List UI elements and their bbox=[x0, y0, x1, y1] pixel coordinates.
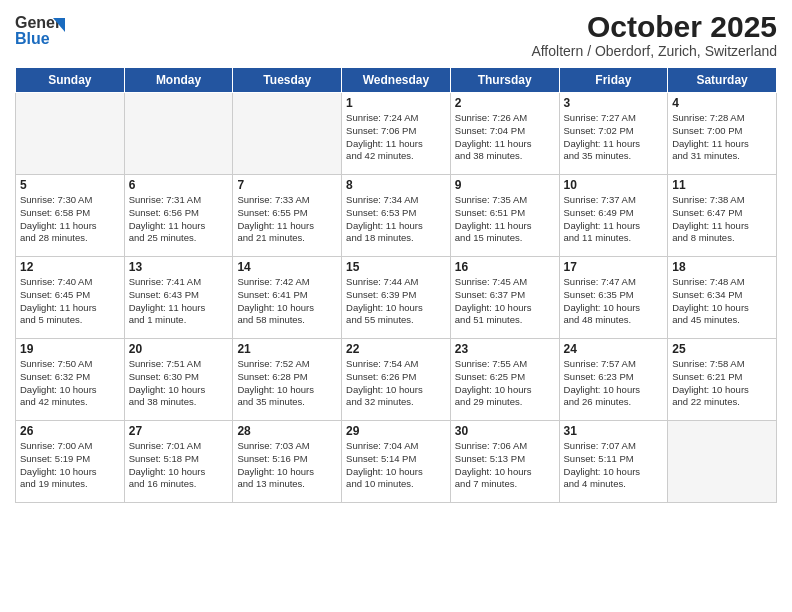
day-info: Sunrise: 7:42 AM Sunset: 6:41 PM Dayligh… bbox=[237, 276, 337, 327]
svg-text:Blue: Blue bbox=[15, 30, 50, 47]
day-number: 3 bbox=[564, 96, 664, 110]
cal-cell: 25Sunrise: 7:58 AM Sunset: 6:21 PM Dayli… bbox=[668, 339, 777, 421]
day-header-wednesday: Wednesday bbox=[342, 68, 451, 93]
cal-cell bbox=[668, 421, 777, 503]
day-number: 16 bbox=[455, 260, 555, 274]
day-info: Sunrise: 7:35 AM Sunset: 6:51 PM Dayligh… bbox=[455, 194, 555, 245]
day-number: 2 bbox=[455, 96, 555, 110]
day-info: Sunrise: 7:01 AM Sunset: 5:18 PM Dayligh… bbox=[129, 440, 229, 491]
day-info: Sunrise: 7:04 AM Sunset: 5:14 PM Dayligh… bbox=[346, 440, 446, 491]
cal-cell: 16Sunrise: 7:45 AM Sunset: 6:37 PM Dayli… bbox=[450, 257, 559, 339]
day-number: 12 bbox=[20, 260, 120, 274]
day-number: 14 bbox=[237, 260, 337, 274]
day-info: Sunrise: 7:45 AM Sunset: 6:37 PM Dayligh… bbox=[455, 276, 555, 327]
day-header-friday: Friday bbox=[559, 68, 668, 93]
day-number: 28 bbox=[237, 424, 337, 438]
day-number: 4 bbox=[672, 96, 772, 110]
cal-cell: 13Sunrise: 7:41 AM Sunset: 6:43 PM Dayli… bbox=[124, 257, 233, 339]
day-number: 9 bbox=[455, 178, 555, 192]
day-info: Sunrise: 7:58 AM Sunset: 6:21 PM Dayligh… bbox=[672, 358, 772, 409]
day-number: 27 bbox=[129, 424, 229, 438]
day-info: Sunrise: 7:50 AM Sunset: 6:32 PM Dayligh… bbox=[20, 358, 120, 409]
cal-cell: 9Sunrise: 7:35 AM Sunset: 6:51 PM Daylig… bbox=[450, 175, 559, 257]
cal-cell: 2Sunrise: 7:26 AM Sunset: 7:04 PM Daylig… bbox=[450, 93, 559, 175]
day-info: Sunrise: 7:00 AM Sunset: 5:19 PM Dayligh… bbox=[20, 440, 120, 491]
cal-cell: 17Sunrise: 7:47 AM Sunset: 6:35 PM Dayli… bbox=[559, 257, 668, 339]
day-info: Sunrise: 7:47 AM Sunset: 6:35 PM Dayligh… bbox=[564, 276, 664, 327]
cal-cell: 14Sunrise: 7:42 AM Sunset: 6:41 PM Dayli… bbox=[233, 257, 342, 339]
logo: General Blue bbox=[15, 10, 65, 52]
location-subtitle: Affoltern / Oberdorf, Zurich, Switzerlan… bbox=[531, 43, 777, 59]
day-info: Sunrise: 7:30 AM Sunset: 6:58 PM Dayligh… bbox=[20, 194, 120, 245]
day-header-sunday: Sunday bbox=[16, 68, 125, 93]
day-number: 30 bbox=[455, 424, 555, 438]
cal-cell: 22Sunrise: 7:54 AM Sunset: 6:26 PM Dayli… bbox=[342, 339, 451, 421]
day-info: Sunrise: 7:54 AM Sunset: 6:26 PM Dayligh… bbox=[346, 358, 446, 409]
cal-cell: 10Sunrise: 7:37 AM Sunset: 6:49 PM Dayli… bbox=[559, 175, 668, 257]
cal-cell: 12Sunrise: 7:40 AM Sunset: 6:45 PM Dayli… bbox=[16, 257, 125, 339]
day-info: Sunrise: 7:26 AM Sunset: 7:04 PM Dayligh… bbox=[455, 112, 555, 163]
day-info: Sunrise: 7:03 AM Sunset: 5:16 PM Dayligh… bbox=[237, 440, 337, 491]
day-info: Sunrise: 7:48 AM Sunset: 6:34 PM Dayligh… bbox=[672, 276, 772, 327]
cal-cell: 26Sunrise: 7:00 AM Sunset: 5:19 PM Dayli… bbox=[16, 421, 125, 503]
cal-cell: 3Sunrise: 7:27 AM Sunset: 7:02 PM Daylig… bbox=[559, 93, 668, 175]
day-info: Sunrise: 7:57 AM Sunset: 6:23 PM Dayligh… bbox=[564, 358, 664, 409]
cal-cell: 6Sunrise: 7:31 AM Sunset: 6:56 PM Daylig… bbox=[124, 175, 233, 257]
day-header-tuesday: Tuesday bbox=[233, 68, 342, 93]
day-number: 25 bbox=[672, 342, 772, 356]
cal-cell: 23Sunrise: 7:55 AM Sunset: 6:25 PM Dayli… bbox=[450, 339, 559, 421]
day-info: Sunrise: 7:41 AM Sunset: 6:43 PM Dayligh… bbox=[129, 276, 229, 327]
day-number: 20 bbox=[129, 342, 229, 356]
day-number: 7 bbox=[237, 178, 337, 192]
day-number: 19 bbox=[20, 342, 120, 356]
day-number: 5 bbox=[20, 178, 120, 192]
day-number: 23 bbox=[455, 342, 555, 356]
day-header-saturday: Saturday bbox=[668, 68, 777, 93]
day-info: Sunrise: 7:31 AM Sunset: 6:56 PM Dayligh… bbox=[129, 194, 229, 245]
cal-cell: 19Sunrise: 7:50 AM Sunset: 6:32 PM Dayli… bbox=[16, 339, 125, 421]
cal-cell: 7Sunrise: 7:33 AM Sunset: 6:55 PM Daylig… bbox=[233, 175, 342, 257]
day-number: 17 bbox=[564, 260, 664, 274]
day-header-thursday: Thursday bbox=[450, 68, 559, 93]
cal-cell bbox=[124, 93, 233, 175]
day-info: Sunrise: 7:28 AM Sunset: 7:00 PM Dayligh… bbox=[672, 112, 772, 163]
day-info: Sunrise: 7:06 AM Sunset: 5:13 PM Dayligh… bbox=[455, 440, 555, 491]
day-number: 13 bbox=[129, 260, 229, 274]
day-number: 31 bbox=[564, 424, 664, 438]
day-number: 21 bbox=[237, 342, 337, 356]
day-info: Sunrise: 7:55 AM Sunset: 6:25 PM Dayligh… bbox=[455, 358, 555, 409]
day-info: Sunrise: 7:51 AM Sunset: 6:30 PM Dayligh… bbox=[129, 358, 229, 409]
day-number: 8 bbox=[346, 178, 446, 192]
cal-cell bbox=[233, 93, 342, 175]
day-info: Sunrise: 7:52 AM Sunset: 6:28 PM Dayligh… bbox=[237, 358, 337, 409]
cal-cell: 15Sunrise: 7:44 AM Sunset: 6:39 PM Dayli… bbox=[342, 257, 451, 339]
title-area: October 2025 Affoltern / Oberdorf, Zuric… bbox=[531, 10, 777, 59]
cal-cell bbox=[16, 93, 125, 175]
day-number: 6 bbox=[129, 178, 229, 192]
day-number: 26 bbox=[20, 424, 120, 438]
cal-cell: 11Sunrise: 7:38 AM Sunset: 6:47 PM Dayli… bbox=[668, 175, 777, 257]
day-info: Sunrise: 7:27 AM Sunset: 7:02 PM Dayligh… bbox=[564, 112, 664, 163]
cal-cell: 27Sunrise: 7:01 AM Sunset: 5:18 PM Dayli… bbox=[124, 421, 233, 503]
cal-cell: 20Sunrise: 7:51 AM Sunset: 6:30 PM Dayli… bbox=[124, 339, 233, 421]
day-info: Sunrise: 7:40 AM Sunset: 6:45 PM Dayligh… bbox=[20, 276, 120, 327]
cal-cell: 31Sunrise: 7:07 AM Sunset: 5:11 PM Dayli… bbox=[559, 421, 668, 503]
day-number: 24 bbox=[564, 342, 664, 356]
cal-cell: 18Sunrise: 7:48 AM Sunset: 6:34 PM Dayli… bbox=[668, 257, 777, 339]
day-number: 1 bbox=[346, 96, 446, 110]
cal-cell: 5Sunrise: 7:30 AM Sunset: 6:58 PM Daylig… bbox=[16, 175, 125, 257]
cal-cell: 29Sunrise: 7:04 AM Sunset: 5:14 PM Dayli… bbox=[342, 421, 451, 503]
day-info: Sunrise: 7:38 AM Sunset: 6:47 PM Dayligh… bbox=[672, 194, 772, 245]
day-header-monday: Monday bbox=[124, 68, 233, 93]
cal-cell: 1Sunrise: 7:24 AM Sunset: 7:06 PM Daylig… bbox=[342, 93, 451, 175]
day-number: 10 bbox=[564, 178, 664, 192]
day-info: Sunrise: 7:24 AM Sunset: 7:06 PM Dayligh… bbox=[346, 112, 446, 163]
cal-cell: 4Sunrise: 7:28 AM Sunset: 7:00 PM Daylig… bbox=[668, 93, 777, 175]
cal-cell: 21Sunrise: 7:52 AM Sunset: 6:28 PM Dayli… bbox=[233, 339, 342, 421]
cal-cell: 8Sunrise: 7:34 AM Sunset: 6:53 PM Daylig… bbox=[342, 175, 451, 257]
month-title: October 2025 bbox=[531, 10, 777, 43]
cal-cell: 30Sunrise: 7:06 AM Sunset: 5:13 PM Dayli… bbox=[450, 421, 559, 503]
day-info: Sunrise: 7:07 AM Sunset: 5:11 PM Dayligh… bbox=[564, 440, 664, 491]
day-number: 11 bbox=[672, 178, 772, 192]
day-info: Sunrise: 7:34 AM Sunset: 6:53 PM Dayligh… bbox=[346, 194, 446, 245]
